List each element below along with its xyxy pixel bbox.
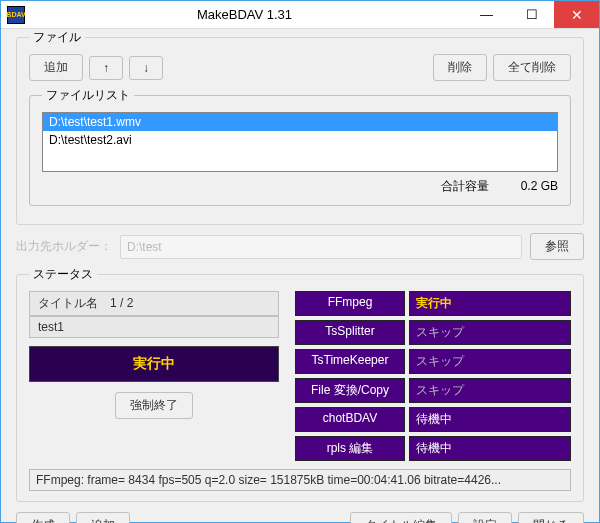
stage-row: TsSplitterスキップ [295,320,571,345]
title-box: タイトル名 1 / 2 test1 [29,291,279,338]
output-folder-input[interactable]: D:\test [120,235,522,259]
bottom-buttons: 作成 追加 タイトル編集 設定 閉じる [16,512,584,523]
stage-list: FFmpeg実行中TsSplitterスキップTsTimeKeeperスキップF… [295,291,571,461]
create-button[interactable]: 作成 [16,512,70,523]
stage-row: File 変換/Copyスキップ [295,378,571,403]
delete-button[interactable]: 削除 [433,54,487,81]
file-list-frame: ファイルリスト D:\test\test1.wmvD:\test\test2.a… [29,87,571,206]
title-edit-button[interactable]: タイトル編集 [350,512,452,523]
progress-status: 実行中 [29,346,279,382]
total-size-label: 合計容量 [441,179,489,193]
total-size: 合計容量 0.2 GB [42,178,558,195]
titlebar: BDAV MakeBDAV 1.31 — ☐ ✕ [1,1,599,29]
status-left: タイトル名 1 / 2 test1 実行中 強制終了 [29,291,279,461]
output-label: 出力先ホルダー： [16,238,112,255]
stage-row: TsTimeKeeperスキップ [295,349,571,374]
app-window: BDAV MakeBDAV 1.31 — ☐ ✕ ファイル 追加 ↑ ↓ 削除 … [0,0,600,523]
file-list[interactable]: D:\test\test1.wmvD:\test\test2.avi [42,112,558,172]
stage-status: スキップ [409,349,571,374]
browse-button[interactable]: 参照 [530,233,584,260]
log-line: FFmpeg: frame= 8434 fps=505 q=2.0 size= … [29,469,571,491]
file-group: ファイル 追加 ↑ ↓ 削除 全て削除 ファイルリスト D:\test\test… [16,29,584,225]
stage-name: TsTimeKeeper [295,349,405,374]
add-bottom-button[interactable]: 追加 [76,512,130,523]
status-legend: ステータス [29,266,97,283]
file-list-row[interactable]: D:\test\test2.avi [43,131,557,149]
close-button[interactable]: 閉じる [518,512,584,523]
stage-row: FFmpeg実行中 [295,291,571,316]
stage-status: 実行中 [409,291,571,316]
move-up-button[interactable]: ↑ [89,56,123,80]
output-row: 出力先ホルダー： D:\test 参照 [16,233,584,260]
close-window-button[interactable]: ✕ [554,1,599,28]
abort-button[interactable]: 強制終了 [115,392,193,419]
move-down-button[interactable]: ↓ [129,56,163,80]
file-list-row[interactable]: D:\test\test1.wmv [43,113,557,131]
stage-status: 待機中 [409,407,571,432]
window-buttons: — ☐ ✕ [464,1,599,28]
stage-name: TsSplitter [295,320,405,345]
app-icon: BDAV [7,6,25,24]
stage-status: スキップ [409,378,571,403]
window-title: MakeBDAV 1.31 [25,7,464,22]
stage-name: FFmpeg [295,291,405,316]
file-legend: ファイル [29,29,85,46]
stage-name: rpls 編集 [295,436,405,461]
delete-all-button[interactable]: 全て削除 [493,54,571,81]
current-title-name: test1 [30,316,278,337]
file-list-legend: ファイルリスト [42,87,134,104]
settings-button[interactable]: 設定 [458,512,512,523]
stage-name: chotBDAV [295,407,405,432]
stage-status: 待機中 [409,436,571,461]
stage-status: スキップ [409,320,571,345]
minimize-button[interactable]: — [464,1,509,28]
stage-row: rpls 編集待機中 [295,436,571,461]
total-size-value: 0.2 GB [521,179,558,193]
stage-row: chotBDAV待機中 [295,407,571,432]
maximize-button[interactable]: ☐ [509,1,554,28]
add-file-button[interactable]: 追加 [29,54,83,81]
status-group: ステータス タイトル名 1 / 2 test1 実行中 強制終了 FFmpeg実… [16,266,584,502]
stage-name: File 変換/Copy [295,378,405,403]
title-counter: タイトル名 1 / 2 [30,292,278,316]
